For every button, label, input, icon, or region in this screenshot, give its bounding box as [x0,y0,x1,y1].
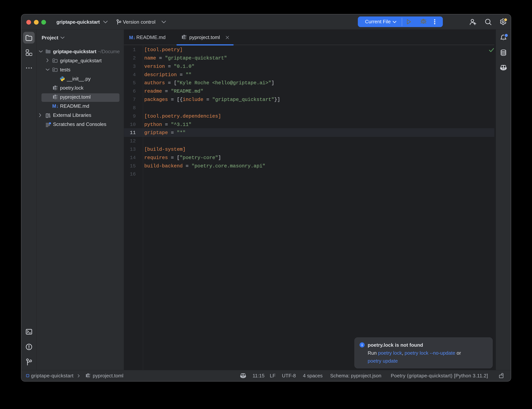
svg-text:[T]: [T] [87,376,91,378]
svg-text:[T]: [T] [55,88,58,91]
svg-text:[T]: [T] [55,97,58,100]
svg-text:[T]: [T] [183,37,187,40]
